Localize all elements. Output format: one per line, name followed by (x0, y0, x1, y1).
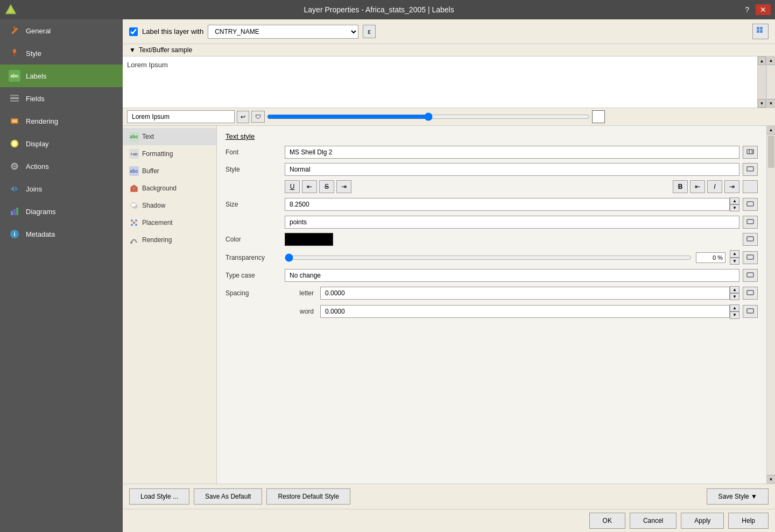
collapse-arrow: ▼ (129, 46, 136, 54)
size-input[interactable] (285, 198, 730, 211)
sidebar-label-style: Style (26, 49, 41, 58)
word-input[interactable] (320, 305, 730, 318)
svg-rect-18 (13, 209, 16, 215)
close-button[interactable]: ✕ (756, 4, 771, 15)
transparency-down-btn[interactable]: ▼ (730, 258, 739, 265)
letter-input[interactable] (320, 287, 730, 300)
sub-nav-text[interactable]: abc Text (123, 128, 216, 145)
apply-btn[interactable]: Apply (681, 513, 724, 529)
label-layer-checkbox[interactable] (129, 27, 138, 36)
preview-slider[interactable] (267, 112, 590, 121)
config-vscrollbar[interactable]: ▲ ▼ (766, 126, 775, 484)
letter-down-btn[interactable]: ▼ (730, 293, 739, 300)
sub-nav-shadow[interactable]: Shadow (123, 197, 216, 214)
underline-btn[interactable]: U (285, 180, 300, 193)
italic-btn[interactable]: I (707, 180, 722, 193)
svg-point-26 (133, 187, 135, 189)
field-dropdown[interactable]: CNTRY_NAME (208, 25, 358, 39)
sub-nav-placement[interactable]: Placement (123, 214, 216, 231)
word-action-btn[interactable] (743, 305, 758, 318)
sidebar-item-joins[interactable]: Joins (0, 178, 123, 200)
sidebar-item-actions[interactable]: Actions (0, 155, 123, 178)
sidebar-item-labels[interactable]: abc Labels (0, 65, 123, 87)
color-action-btn[interactable] (743, 233, 758, 246)
text-btns-action[interactable] (743, 180, 758, 193)
size-unit-dropdown[interactable]: points mm cm inch (285, 216, 739, 229)
outdent-btn[interactable]: ⇥ (336, 180, 351, 193)
word-up-btn[interactable]: ▲ (730, 304, 739, 311)
sidebar-label-general: General (26, 27, 51, 35)
text-buffer-header[interactable]: ▼ Text/Buffer sample (123, 44, 775, 56)
font-dropdown[interactable]: MS Shell Dlg 2 (285, 146, 739, 159)
right-panel: Label this layer with CNTRY_NAME ε ▼ Tex… (123, 19, 775, 532)
sidebar-item-rendering[interactable]: Rendering (0, 110, 123, 132)
style-dropdown[interactable]: Normal Bold Italic Bold Italic (285, 163, 739, 176)
bold-indent-btn[interactable]: ⇤ (690, 180, 705, 193)
config-scroll-down[interactable]: ▼ (767, 475, 775, 484)
bold-btn[interactable]: B (673, 180, 688, 193)
color-swatch[interactable] (285, 233, 333, 246)
svg-rect-47 (747, 309, 753, 313)
letter-up-btn[interactable]: ▲ (730, 286, 739, 293)
font-action-btn[interactable] (743, 146, 758, 159)
lorem-input[interactable] (127, 110, 235, 123)
refresh-btn[interactable]: ↩ (237, 111, 249, 123)
help-bottom-btn[interactable]: Help (728, 513, 769, 529)
preview-vscrollbar[interactable]: ▲ ▼ (757, 56, 766, 108)
size-unit-action-btn[interactable] (743, 216, 758, 229)
sidebar-item-display[interactable]: Display (0, 132, 123, 155)
sidebar-item-metadata[interactable]: i Metadata (0, 223, 123, 245)
help-btn[interactable]: ? (741, 4, 753, 15)
italic-indent-btn[interactable]: ⇥ (724, 180, 739, 193)
ok-btn[interactable]: OK (589, 513, 625, 529)
grid-button[interactable] (752, 24, 769, 39)
sidebar-item-diagrams[interactable]: Diagrams (0, 200, 123, 223)
load-style-btn[interactable]: Load Style ... (129, 488, 189, 505)
style-control: Normal Bold Italic Bold Italic (285, 163, 739, 176)
scroll-down-btn[interactable]: ▼ (758, 99, 766, 108)
transparency-slider[interactable] (285, 253, 692, 262)
color-row: Color (226, 233, 758, 246)
strikethrough-btn[interactable]: S (319, 180, 334, 193)
placement-icon (129, 218, 139, 228)
size-action-btn[interactable] (743, 198, 758, 211)
word-down-btn[interactable]: ▼ (730, 311, 739, 318)
type-case-dropdown[interactable]: No change All uppercase All lowercase Ti… (285, 269, 739, 282)
sub-nav-text-label: Text (142, 133, 154, 140)
save-as-default-btn[interactable]: Save As Default (194, 488, 262, 505)
transparency-up-btn[interactable]: ▲ (730, 250, 739, 257)
restore-default-btn[interactable]: Restore Default Style (266, 488, 350, 505)
indent-btn[interactable]: ⇤ (302, 180, 317, 193)
save-style-btn[interactable]: Save Style ▼ (707, 488, 769, 505)
preview-color-box[interactable] (592, 110, 605, 123)
config-scroll-up[interactable]: ▲ (767, 126, 775, 134)
spacing-control: letter ▲ ▼ (285, 286, 739, 300)
formatting-icon: +ab (129, 149, 139, 159)
sub-nav-rendering2[interactable]: Rendering (123, 231, 216, 249)
type-case-action-btn[interactable] (743, 269, 758, 282)
bottom-bar: Load Style ... Save As Default Restore D… (123, 484, 775, 509)
svg-rect-23 (760, 27, 763, 30)
transparency-input[interactable] (696, 252, 725, 263)
size-unit-row: points mm cm inch (226, 216, 758, 229)
sidebar-item-style[interactable]: Style (0, 42, 123, 65)
sub-nav-formatting[interactable]: +ab Formatting (123, 145, 216, 162)
outer-scroll-down[interactable]: ▼ (767, 99, 775, 108)
cancel-btn[interactable]: Cancel (630, 513, 677, 529)
spacing-action-btn[interactable] (743, 287, 758, 300)
sub-nav-background[interactable]: Background (123, 180, 216, 197)
sidebar-item-fields[interactable]: Fields (0, 87, 123, 110)
size-down-btn[interactable]: ▼ (730, 204, 739, 211)
style-action-btn[interactable] (743, 163, 758, 176)
sidebar-label-actions: Actions (26, 162, 49, 171)
size-up-btn[interactable]: ▲ (730, 197, 739, 204)
shield-btn[interactable]: 🛡 (251, 111, 265, 123)
epsilon-button[interactable]: ε (363, 25, 376, 38)
display-icon (9, 138, 20, 150)
type-case-row: Type case No change All uppercase All lo… (226, 269, 758, 282)
sub-nav-buffer[interactable]: abc Buffer (123, 162, 216, 180)
scroll-up-btn[interactable]: ▲ (758, 56, 766, 65)
sidebar-item-general[interactable]: General (0, 19, 123, 42)
transparency-action-btn[interactable] (743, 251, 758, 264)
outer-scroll-up[interactable]: ▲ (767, 56, 775, 65)
